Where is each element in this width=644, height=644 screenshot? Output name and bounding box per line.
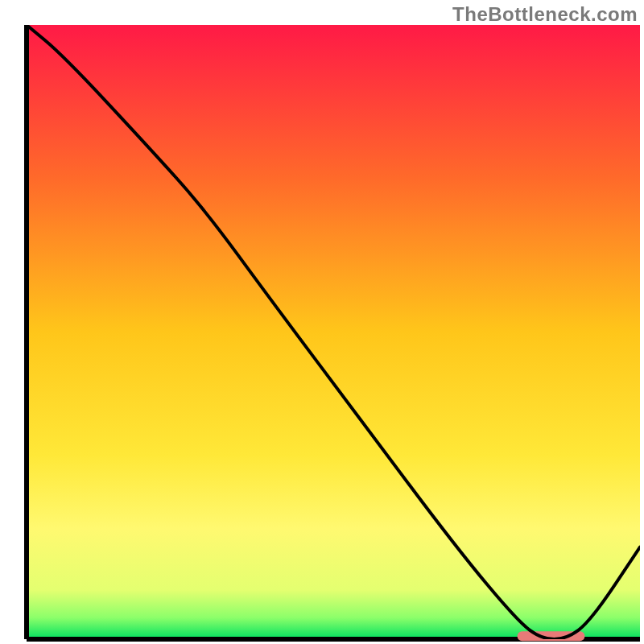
chart-svg <box>0 0 644 644</box>
watermark-text: TheBottleneck.com <box>452 3 638 26</box>
chart-container: TheBottleneck.com <box>0 0 644 644</box>
